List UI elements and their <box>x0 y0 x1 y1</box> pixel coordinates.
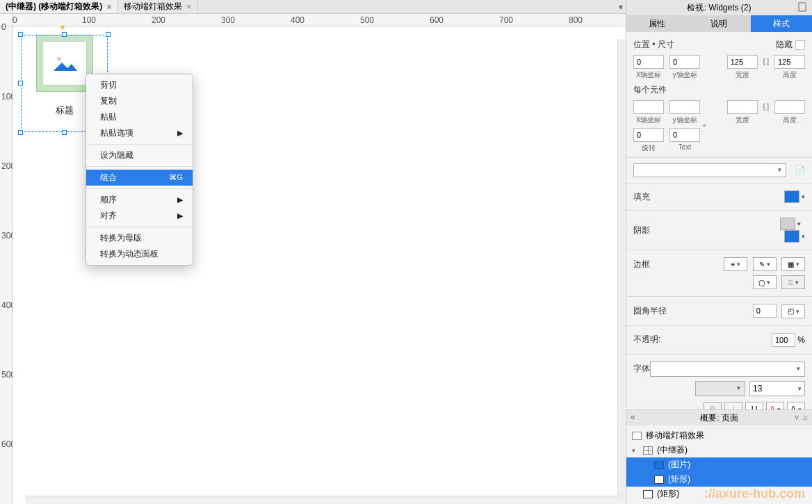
tree-page[interactable]: 移动端灯箱效果 <box>626 428 812 443</box>
radius-input[interactable] <box>753 304 777 318</box>
resize-handle[interactable] <box>18 81 23 86</box>
ctx-to-dynamic-panel[interactable]: 转换为动态面板 <box>86 246 193 262</box>
chevron-down-icon: ▾ <box>619 2 623 12</box>
image-widget[interactable] <box>36 35 93 92</box>
close-icon[interactable]: × <box>186 2 192 11</box>
each-x-input[interactable] <box>633 100 664 114</box>
italic-button[interactable]: I <box>724 402 742 410</box>
x-input[interactable] <box>633 55 664 69</box>
outer-shadow-picker[interactable]: ▾ <box>780 218 805 230</box>
each-y-input[interactable] <box>669 100 700 114</box>
border-sides-picker[interactable]: ▢ ▾ <box>753 275 777 289</box>
w-label: 宽度 <box>736 115 749 125</box>
border-pattern-picker[interactable]: ≣ ▾ <box>781 275 805 289</box>
ctx-order[interactable]: 顺序▶ <box>86 192 193 208</box>
rotation-input[interactable] <box>633 128 664 142</box>
style-panel-body: 位置 • 尺寸 隐藏 X轴坐标 y轴坐标 宽度 [ ] 高度 每个元件 <box>626 32 812 409</box>
font-extra-button[interactable]: A ▾ <box>787 402 805 410</box>
resize-handle[interactable] <box>62 32 67 37</box>
notes-icon[interactable] <box>798 2 808 12</box>
tree-rect[interactable]: (矩形) <box>626 472 812 487</box>
outline-panel: « 概要: 页面 ▿ ⌕ 移动端灯箱效果 ▾ (中继器) <box>626 409 812 504</box>
opacity-input[interactable] <box>772 333 795 347</box>
tree-label: (矩形) <box>657 488 679 500</box>
inspector-tabs: 属性 说明 样式 <box>626 15 812 32</box>
ctx-paste-options[interactable]: 粘贴选项▶ <box>86 125 193 141</box>
ctx-set-hidden[interactable]: 设为隐藏 <box>86 147 193 163</box>
shortcut-label: ⌘G <box>169 173 183 182</box>
each-h-input[interactable] <box>774 100 805 114</box>
tab-properties[interactable]: 属性 <box>626 15 688 32</box>
ctx-to-master[interactable]: 转换为母版 <box>86 230 193 246</box>
ruler-tick: 300 <box>221 15 235 25</box>
ctx-cut[interactable]: 剪切 <box>86 77 193 93</box>
tab-label: 移动端灯箱效果 <box>124 1 182 13</box>
inspector-title-bar: 检视: Widgets (2) <box>626 0 812 15</box>
caret-icon[interactable]: ▾ <box>632 447 639 454</box>
underline-button[interactable]: U <box>745 402 763 410</box>
document-tab[interactable]: 移动端灯箱效果 × <box>118 0 198 13</box>
border-style-picker[interactable]: ▦ ▾ <box>781 257 805 271</box>
resize-handle[interactable] <box>106 32 111 37</box>
resize-handle[interactable] <box>18 32 23 37</box>
width-input[interactable] <box>727 55 758 69</box>
workspace: (中继器) (移动端灯箱效果) × 移动端灯箱效果 × ▾ 0 100 200 … <box>0 0 812 504</box>
svg-point-1 <box>57 57 61 61</box>
font-color-button[interactable]: A ▾ <box>766 402 784 410</box>
tab-label: (中继器) (移动端灯箱效果) <box>6 1 102 13</box>
ctx-copy[interactable]: 复制 <box>86 93 193 109</box>
radius-corners-picker[interactable]: ◰ ▾ <box>781 304 805 318</box>
h-label: 高度 <box>783 70 797 80</box>
ctx-paste[interactable]: 粘贴 <box>86 109 193 125</box>
style-preset-dropdown[interactable]: ▾ <box>633 163 786 177</box>
resize-handle[interactable] <box>62 130 67 135</box>
font-size-dropdown[interactable]: 13▾ <box>749 381 805 396</box>
rect-icon <box>643 490 653 498</box>
opacity-label: 不透明: <box>633 334 660 346</box>
horizontal-scrollbar[interactable] <box>25 496 626 504</box>
document-tab-active[interactable]: (中继器) (移动端灯箱效果) × <box>0 0 118 13</box>
hide-checkbox[interactable] <box>795 40 805 50</box>
font-weight-dropdown[interactable]: ▾ <box>695 381 745 396</box>
ruler-vertical: 0 100 200 300 400 500 600 <box>0 26 13 504</box>
ruler-tick: 500 <box>360 15 374 25</box>
font-family-dropdown[interactable]: ▾ <box>650 361 805 377</box>
bold-button[interactable]: B <box>704 402 722 410</box>
w-label: 宽度 <box>736 70 749 80</box>
border-color-picker[interactable]: ✎ ▾ <box>753 257 777 271</box>
tree-image[interactable]: (图片) <box>626 457 812 472</box>
fill-color-picker[interactable]: ▾ <box>784 190 805 203</box>
tree-label: (中继器) <box>657 444 688 456</box>
filter-icon[interactable]: ▿ <box>795 412 799 422</box>
inner-shadow-picker[interactable]: ▾ <box>784 230 805 243</box>
x-label: X轴坐标 <box>636 115 662 125</box>
search-icon[interactable]: ⌕ <box>803 412 808 422</box>
height-input[interactable] <box>774 55 805 69</box>
hide-label: 隐藏 <box>776 39 793 51</box>
tab-notes[interactable]: 说明 <box>688 15 750 32</box>
resize-handle[interactable] <box>18 130 23 135</box>
ctx-align[interactable]: 对齐▶ <box>86 208 193 224</box>
y-input[interactable] <box>669 55 700 69</box>
lock-aspect-icon[interactable]: [ ] <box>763 103 769 111</box>
tab-overflow[interactable]: ▾ <box>619 0 626 13</box>
tab-style[interactable]: 样式 <box>751 15 812 32</box>
canvas[interactable]: ▾ 标题 <box>13 26 626 504</box>
edit-style-icon[interactable]: 📄 <box>795 165 805 175</box>
canvas-area: (中继器) (移动端灯箱效果) × 移动端灯箱效果 × ▾ 0 100 200 … <box>0 0 626 504</box>
tree-repeater[interactable]: ▾ (中继器) <box>626 443 812 457</box>
collapse-icon[interactable]: « <box>631 412 635 422</box>
ruler-horizontal: 0 100 200 300 400 500 600 700 800 <box>13 14 626 26</box>
vertical-scrollbar[interactable] <box>617 39 626 496</box>
ctx-group[interactable]: 组合⌘G <box>86 170 193 186</box>
text-rotation-input[interactable] <box>669 128 700 142</box>
lock-aspect-icon[interactable]: [ ] <box>763 58 769 65</box>
separator <box>86 166 193 167</box>
each-w-input[interactable] <box>727 100 758 114</box>
image-icon <box>654 461 664 469</box>
image-placeholder-icon <box>42 41 87 86</box>
border-width-picker[interactable]: ≡ ▾ <box>724 257 747 271</box>
rotation-handle-icon[interactable]: ▾ <box>60 22 65 32</box>
ruler-tick: 800 <box>569 15 583 25</box>
close-icon[interactable]: × <box>106 2 112 11</box>
